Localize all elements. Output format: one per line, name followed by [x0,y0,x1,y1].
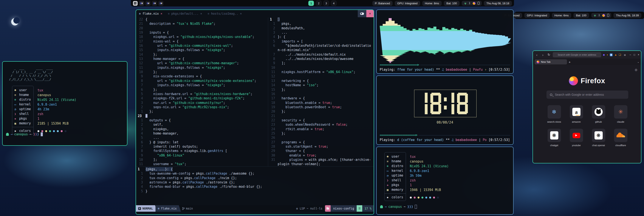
close-tab-icon[interactable]: × [200,12,202,15]
speed-dial-chatgpt[interactable]: ❋chatgpt [546,129,563,147]
code-line: 2 modulesPath, [268,26,374,30]
code-line: 4 firefox-mod-blur = pkgs.callPackage ./… [136,184,374,189]
fetch-value: canopus [38,93,76,97]
editor-tab-hosts-isoImag-[interactable]: ❄hosts/isoImag..× [208,12,242,15]
nixos-icon[interactable]: ❄ [548,105,561,119]
fetch-values-2: tuxcanopusNixOS 24.11 (Vicuna)6.9.8-zen1… [410,154,449,200]
shell-prompt-2[interactable]: → canopus ~ ))) [380,205,417,209]
code-line: 8 ../../modules/nixos/desktop/awesome [268,57,374,61]
minimize-button[interactable]: – [630,53,631,56]
close-buffer-button[interactable]: × [366,10,374,17]
extension-icon-5[interactable]: ❏ [618,53,621,56]
phone-icon[interactable] [607,14,609,17]
terminal-cava[interactable]: ======================> Playing: ffee fo… [376,10,514,74]
neovim-window[interactable]: ❄flake.nix×❄pkgs/default...×❄hosts/isoIm… [136,10,374,215]
extension-icon-3[interactable] [610,54,612,56]
speed-dial-search-nixos[interactable]: ❄search.nixos [546,105,563,123]
menu-button[interactable]: ≡ [623,53,627,57]
now-playing: Playing: ffee for your head) ** ♫ beabad… [380,68,510,72]
youtube-icon[interactable] [570,129,583,142]
shell-prompt[interactable]: → canopus ~ ))) [6,132,43,136]
bluetooth-icon[interactable]: ᛒ [469,2,470,5]
bar-right-cluster: P: BalancedGPU: IntegratedHome: 8msBat: … [372,1,512,6]
speed-dial-amazon[interactable]: aamazon [568,105,585,123]
toggle-button[interactable] [358,10,366,17]
fetch-value: tux [38,88,76,93]
chatgpt-icon[interactable]: ❋ [548,129,561,142]
workspace-3[interactable]: 3 [324,1,329,6]
forward-button[interactable]: › [541,53,545,57]
media-icon[interactable] [473,2,476,5]
media-icon[interactable] [602,14,605,17]
statusline: N NORMAL ❄ flake.nix main ⚙ LSP ~ null-l… [136,205,374,212]
fetch-values: tuxcanopusNixOS 24.11 (Vicuna)6.9.8-zen1… [38,88,76,133]
reload-button[interactable]: ↻ [547,53,551,57]
editor-tab-pkgs-default-[interactable]: ❄pkgs/default...× [168,12,202,15]
pane-iso-config[interactable]: 1{1 pkgs,2 modulesPath,3 ...4}: {5 impor… [268,17,374,166]
maximize-button[interactable]: □ [634,53,635,56]
firefox-window[interactable]: ‹ › ↻ Search with Google or enter addres… [532,51,642,163]
newtab-search[interactable]: Search with Google or enter address [546,91,628,99]
tag-icon[interactable]: $W [152,1,157,6]
code-line: 23 [136,114,268,118]
terminal-fastfetch-right[interactable]: ☻user≡hname❄distro▭kernel◔uptime❯shell❖p… [376,147,514,215]
back-button[interactable]: ‹ [535,53,539,57]
tag-icon[interactable]: $W [139,1,144,6]
wifi-icon[interactable] [594,14,596,17]
pane-flake-nix[interactable]: 22{21 description = "tux's NixOS Flake";… [136,17,268,166]
code-line: 3 astronvim = pkgs.callPackage ./astronv… [136,180,374,184]
github-icon[interactable] [592,105,605,119]
code-line: 5 imports = [ [268,39,374,44]
code-line: 5} [136,189,374,193]
nix-file-icon: ❄ [208,12,210,15]
workspace-2[interactable]: 2 [316,1,322,6]
tab-new-tab[interactable]: New Tab [535,59,567,65]
new-tab-button[interactable]: + [569,60,570,64]
speed-dial-chat-openai[interactable]: ❋chat.openai [590,129,607,147]
workspace-4[interactable]: 4 [331,1,337,6]
code-line: 19 bluetooth.powerOnBoot = true; [268,105,374,109]
tag-icon[interactable]: $W [158,1,163,6]
code-line: 9 "x86_64-linux" [136,153,268,158]
cloudflare-icon[interactable] [614,129,628,142]
code-line: 5 nixos-hardware.url = "github:nixos/nix… [136,92,268,96]
code-line: 9 ]; [268,61,374,65]
url-bar[interactable]: Search with Google or enter address [553,52,601,57]
speed-dial-cloudflare[interactable]: cloudflare [612,129,629,147]
branch-icon [182,207,185,210]
tray-icons-2[interactable]: ᛒ [591,13,611,18]
editor-tab-flake-nix[interactable]: ❄flake.nix× [139,12,162,15]
workspace-1[interactable]: 1 [308,1,314,6]
bluetooth-icon[interactable]: ᛒ [598,14,600,17]
close-button[interactable]: × [638,53,639,56]
bar-left-cluster: $W$W$W$W [133,1,163,6]
claude-icon[interactable]: ✳ [614,105,628,119]
gear-icon[interactable]: ⚙ [635,68,638,72]
extension-icon-2[interactable]: ◗ [606,53,608,56]
extension-icon-1[interactable]: ◆ [603,53,605,56]
clock-pill-2[interactable]: Thu Aug 08, 18:39 [614,13,642,18]
branch-label: main [186,207,193,210]
launcher-icon[interactable] [133,1,138,6]
fetch-key-row: ▦memory [12,121,33,126]
digital-clock [414,90,476,117]
tag-icon[interactable]: $W [146,1,150,6]
file-segment: ❄ flake.nix [156,205,181,212]
wifi-icon[interactable] [464,2,467,5]
openai-icon[interactable]: ❋ [592,129,605,142]
close-tab-icon[interactable]: × [160,12,162,15]
terminal-fastfetch-left[interactable]: _ ___ ____ ____ / |/ (_)_ __ / __ \/ __/… [2,61,128,146]
tab-list-button[interactable]: ⌄ [637,61,639,63]
clock-pill[interactable]: Thu Aug 08, 18:18 [484,1,512,6]
close-tab-icon[interactable]: × [240,12,242,15]
nix-file-icon: ❄ [168,12,170,15]
pane-pkgs-default[interactable]: 1{pkgs, ...}: {1 tux-awesome-wm-config =… [136,166,374,206]
phone-icon[interactable] [478,2,480,5]
metamask-icon[interactable]: ▲ [614,53,617,56]
terminal-clock[interactable]: 08/08/24 =====================> Playing:… [376,75,514,145]
speed-dial-youtube[interactable]: youtube [568,129,585,147]
speed-dial-github[interactable]: github [590,105,607,123]
tray-icons[interactable]: ᛒ [462,1,482,6]
amazon-icon[interactable]: a [570,105,583,119]
speed-dial-claude[interactable]: ✳claude [612,105,629,123]
